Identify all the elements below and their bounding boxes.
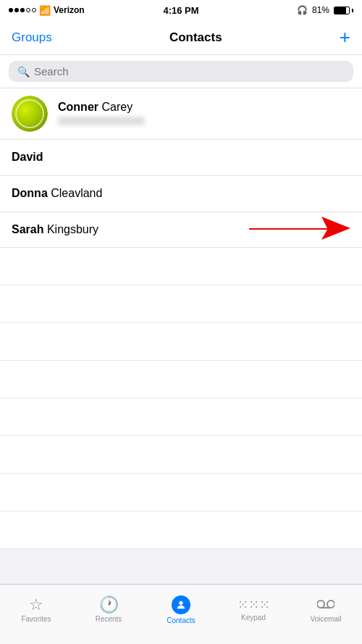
groups-button[interactable]: Groups — [12, 30, 52, 45]
empty-row-5 — [0, 398, 362, 436]
red-arrow — [249, 214, 350, 246]
keypad-label: Keypad — [241, 614, 266, 622]
empty-row-4 — [0, 361, 362, 398]
tab-keypad[interactable]: ⁙⁙⁙ Keypad — [217, 585, 290, 630]
empty-row-7 — [0, 474, 362, 511]
wifi-icon: 📶 — [39, 5, 51, 16]
empty-row-8 — [0, 511, 362, 549]
page-title: Contacts — [169, 30, 222, 45]
blurred-detail — [58, 117, 145, 125]
recents-label: Recents — [96, 615, 122, 623]
favorites-icon: ☆ — [29, 597, 43, 613]
signal-dot-3 — [20, 8, 25, 12]
voicemail-icon — [317, 597, 334, 613]
search-icon: 🔍 — [17, 66, 30, 78]
contacts-label: Contacts — [167, 616, 195, 624]
keypad-icon: ⁙⁙⁙ — [237, 598, 270, 611]
contact-item-donna-cleavland[interactable]: Donna Cleavland — [0, 176, 362, 212]
search-container: 🔍 — [0, 55, 362, 88]
contact-list: Conner Carey David Donna Cleavland Sarah… — [0, 88, 362, 549]
status-right: 🎧 81% — [297, 5, 353, 15]
contact-item-conner-carey[interactable]: Conner Carey — [0, 88, 362, 140]
headphone-icon: 🎧 — [297, 5, 308, 15]
contact-item-sarah-kingsbury[interactable]: Sarah Kingsbury — [0, 212, 362, 248]
tab-voicemail[interactable]: Voicemail — [290, 585, 362, 630]
contact-name-sarah-kingsbury: Sarah Kingsbury — [12, 222, 98, 238]
empty-row-1 — [0, 248, 362, 285]
battery-percent: 81% — [312, 5, 329, 15]
carrier-label: Verizon — [54, 5, 85, 15]
contact-item-david[interactable]: David — [0, 140, 362, 176]
contact-detail-conner-carey — [58, 117, 350, 127]
svg-point-3 — [327, 601, 334, 608]
battery-icon — [334, 7, 353, 14]
voicemail-label: Voicemail — [311, 615, 342, 623]
favorites-label: Favorites — [21, 615, 51, 623]
tab-recents[interactable]: 🕐 Recents — [72, 585, 145, 630]
tab-favorites[interactable]: ☆ Favorites — [0, 585, 72, 630]
tab-bar: ☆ Favorites 🕐 Recents Contacts ⁙⁙⁙ Keypa… — [0, 584, 362, 644]
empty-row-6 — [0, 436, 362, 474]
signal-dot-4 — [26, 8, 30, 12]
empty-row-2 — [0, 285, 362, 323]
recents-icon: 🕐 — [99, 597, 119, 613]
contact-name-conner-carey: Conner Carey — [58, 100, 350, 115]
signal-dot-5 — [32, 8, 36, 12]
contacts-icon — [172, 595, 190, 614]
svg-point-2 — [317, 601, 324, 608]
status-left: 📶 Verizon — [9, 5, 85, 16]
empty-row-3 — [0, 323, 362, 361]
status-bar: 📶 Verizon 4:16 PM 🎧 81% — [0, 0, 362, 20]
tab-contacts[interactable]: Contacts — [145, 585, 217, 630]
signal-dot-2 — [14, 8, 19, 12]
contact-name-donna-cleavland: Donna Cleavland — [12, 186, 102, 201]
contact-info-conner-carey: Conner Carey — [58, 100, 350, 127]
signal-dots — [9, 8, 36, 12]
search-input[interactable] — [34, 65, 345, 78]
avatar-conner-carey — [12, 96, 48, 132]
search-bar[interactable]: 🔍 — [9, 61, 353, 82]
status-time: 4:16 PM — [163, 5, 198, 16]
svg-point-1 — [179, 601, 182, 605]
nav-bar: Groups Contacts + — [0, 20, 362, 55]
signal-dot-1 — [9, 8, 13, 12]
svg-marker-0 — [249, 217, 350, 240]
add-contact-button[interactable]: + — [340, 28, 350, 46]
contact-name-david: David — [12, 150, 43, 165]
